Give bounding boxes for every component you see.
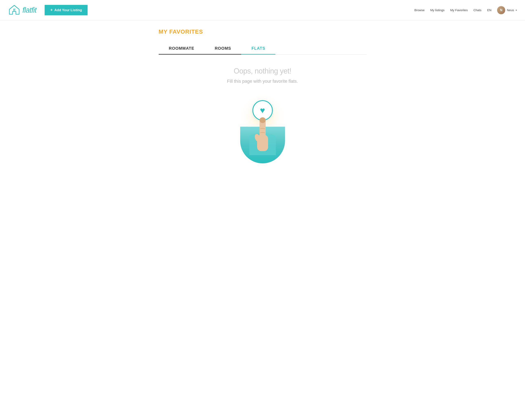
empty-subtitle: Fill this page with your favorite flats. (227, 79, 298, 84)
tab-roommate[interactable]: ROOMMATE (159, 43, 205, 55)
empty-title: Oops, nothing yet! (234, 67, 291, 75)
svg-point-4 (260, 117, 266, 123)
empty-state: Oops, nothing yet! Fill this page with y… (159, 55, 366, 171)
main-nav: Browse My listings My Favorites Chats EN… (414, 6, 517, 14)
user-menu[interactable]: N Neus ▾ (497, 6, 517, 14)
tab-rooms[interactable]: ROOMS (205, 43, 241, 55)
logo-icon: ff (8, 4, 20, 17)
plus-icon: + (50, 8, 53, 12)
main-content: MY FAVORITES ROOMMATE ROOMS FLATS Oops, … (150, 20, 375, 184)
site-header: ff flatfit + Add Your Listing Browse My … (0, 0, 525, 20)
nav-my-listings[interactable]: My listings (430, 8, 445, 12)
tabs-container: ROOMMATE ROOMS FLATS (159, 43, 366, 55)
nav-browse[interactable]: Browse (414, 8, 425, 12)
add-listing-label: Add Your Listing (54, 8, 82, 12)
avatar: N (497, 6, 505, 14)
logo-area[interactable]: ff flatfit (8, 4, 37, 17)
chevron-down-icon: ▾ (516, 9, 517, 12)
logo-text: flatfit (22, 6, 37, 14)
tab-flats[interactable]: FLATS (241, 43, 275, 55)
language-selector[interactable]: EN (487, 8, 491, 12)
nav-chats[interactable]: Chats (473, 8, 481, 12)
add-listing-button[interactable]: + Add Your Listing (45, 5, 88, 15)
username: Neus (507, 8, 514, 12)
nav-my-favorites[interactable]: My Favorites (450, 8, 468, 12)
illustration: ♥ (234, 94, 291, 163)
page-title: MY FAVORITES (159, 28, 366, 35)
svg-text:ff: ff (13, 8, 16, 12)
finger-illustration (249, 110, 276, 155)
